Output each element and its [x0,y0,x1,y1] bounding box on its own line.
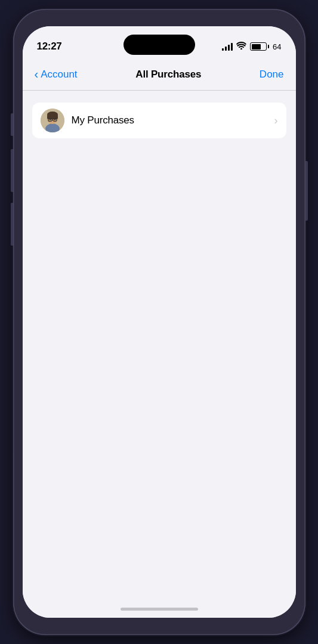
back-button[interactable]: ‹ Account [35,68,78,81]
status-time: 12:27 [37,41,62,52]
svg-point-8 [49,119,50,120]
back-label: Account [41,69,77,80]
home-indicator [121,608,198,611]
avatar-image [41,109,64,132]
avatar [41,109,64,132]
svg-point-9 [54,119,55,120]
back-chevron-icon: ‹ [35,67,39,81]
row-label: My Purchases [72,114,267,126]
battery-percent: 64 [273,42,281,51]
done-button[interactable]: Done [260,69,284,80]
my-purchases-row[interactable]: My Purchases › [32,103,286,138]
page-title: All Purchases [135,69,201,80]
dynamic-island [124,35,195,55]
volume-down-button[interactable] [11,203,13,246]
phone-outer: 12:27 [13,9,305,635]
phone-screen: 12:27 [23,26,296,618]
power-button[interactable] [305,161,308,221]
battery-icon [250,42,269,51]
list-section: My Purchases › [32,103,286,138]
status-icons: 64 [222,42,281,51]
content-area: My Purchases › [23,91,296,618]
mute-button[interactable] [11,113,13,136]
nav-bar: ‹ Account All Purchases Done [23,58,296,91]
volume-up-button[interactable] [11,149,13,192]
signal-bars-icon [222,42,233,51]
wifi-icon [236,42,246,51]
row-chevron-icon: › [274,114,278,127]
